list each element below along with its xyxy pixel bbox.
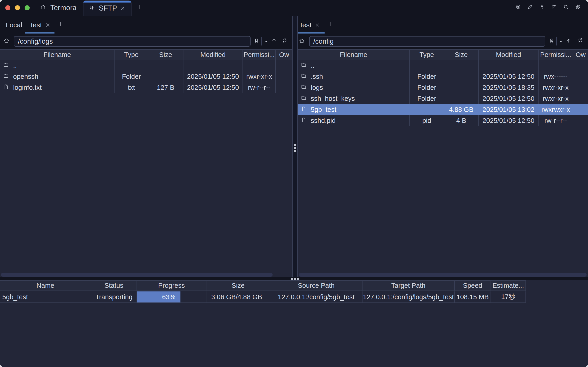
transfer-row-5gb-test[interactable]: 5gb_test Transporting 63% 3.06 GB/4.88 G… bbox=[0, 292, 526, 303]
file-row-logs[interactable]: logs Folder 2025/01/05 18:35 rwxr-xr-x bbox=[298, 82, 588, 93]
termora-window: Termora SFTP Local test bbox=[0, 0, 588, 367]
tab-termora-home[interactable]: Termora bbox=[41, 4, 77, 12]
file-row-sshd-pid[interactable]: sshd.pid pid 4 B 2025/01/05 12:50 rw-r--… bbox=[298, 115, 588, 126]
progress-cell: 63% bbox=[137, 292, 206, 302]
column-header-permissions[interactable]: Permissi... bbox=[539, 50, 573, 60]
close-icon[interactable] bbox=[45, 22, 51, 28]
chevron-down-icon[interactable] bbox=[558, 39, 563, 44]
plus-icon bbox=[58, 21, 65, 28]
column-header-type[interactable]: Type bbox=[115, 50, 148, 60]
folder-icon bbox=[301, 73, 308, 80]
key-manager-icon[interactable] bbox=[539, 4, 547, 11]
file-size bbox=[148, 60, 183, 71]
file-owner bbox=[276, 60, 292, 71]
right-active-tab-underline bbox=[298, 32, 324, 33]
home-directory-icon[interactable] bbox=[299, 38, 306, 45]
file-row-ssh[interactable]: .ssh Folder 2025/01/05 12:50 rwx------ bbox=[298, 71, 588, 82]
column-header-modified[interactable]: Modified bbox=[479, 50, 539, 60]
close-icon[interactable] bbox=[120, 6, 126, 11]
file-row-loginfo[interactable]: loginfo.txt txt 127 B 2025/01/05 12:50 r… bbox=[0, 82, 292, 93]
file-row-openssh[interactable]: openssh Folder 2025/01/05 12:50 rwxr-xr-… bbox=[0, 71, 292, 82]
new-tab-button[interactable] bbox=[137, 4, 144, 11]
zoom-window-button[interactable] bbox=[25, 5, 30, 10]
file-modified: 2025/01/05 12:50 bbox=[479, 93, 539, 104]
column-header-speed[interactable]: Speed bbox=[455, 281, 491, 291]
file-type: txt bbox=[115, 82, 148, 93]
column-header-size[interactable]: Size bbox=[206, 281, 270, 291]
file-modified: 2025/01/05 12:50 bbox=[183, 82, 243, 93]
active-tab-accent bbox=[84, 1, 131, 2]
keychain-branch-icon[interactable] bbox=[551, 4, 559, 11]
record-macro-icon[interactable] bbox=[515, 4, 523, 11]
edit-pencil-icon[interactable] bbox=[527, 4, 535, 11]
refresh-icon[interactable] bbox=[577, 38, 585, 45]
parent-directory-icon[interactable] bbox=[271, 38, 278, 45]
transfer-target-path: 127.0.0.1:/config/logs/5gb_test bbox=[363, 292, 455, 302]
column-header-source-path[interactable]: Source Path bbox=[270, 281, 363, 291]
column-header-type[interactable]: Type bbox=[410, 50, 444, 60]
transfer-size: 3.06 GB/4.88 GB bbox=[206, 292, 270, 302]
file-type bbox=[115, 60, 148, 71]
tab-sftp[interactable]: SFTP bbox=[83, 0, 131, 16]
file-size: 127 B bbox=[148, 82, 183, 93]
transfer-source-path: 127.0.0.1:/config/5gb_test bbox=[270, 292, 363, 302]
file-name: .. bbox=[311, 62, 315, 69]
column-header-modified[interactable]: Modified bbox=[183, 50, 243, 60]
progress-bar: 63% bbox=[137, 292, 180, 302]
column-header-size[interactable]: Size bbox=[148, 50, 183, 60]
file-row-ssh-host-keys[interactable]: ssh_host_keys Folder 2025/01/05 12:50 rw… bbox=[298, 93, 588, 104]
file-owner bbox=[573, 93, 588, 104]
bookmark-icon[interactable] bbox=[254, 38, 261, 45]
home-directory-icon[interactable] bbox=[4, 38, 11, 45]
file-name: logs bbox=[311, 84, 323, 92]
search-icon[interactable] bbox=[563, 4, 571, 11]
vertical-pane-splitter[interactable] bbox=[292, 16, 298, 277]
file-owner bbox=[573, 71, 588, 82]
column-header-owner[interactable]: Ow bbox=[276, 50, 292, 60]
column-header-size[interactable]: Size bbox=[444, 50, 479, 60]
right-path-input[interactable] bbox=[309, 36, 545, 47]
right-horizontal-scrollbar-thumb[interactable] bbox=[299, 273, 587, 277]
right-session-tab-label: test bbox=[300, 21, 311, 29]
file-type bbox=[410, 60, 444, 71]
transfer-estimate: 17秒 bbox=[491, 292, 526, 302]
left-new-pane-tab-button[interactable] bbox=[58, 21, 65, 28]
column-header-filename[interactable]: Filename bbox=[298, 50, 410, 60]
left-path-input[interactable] bbox=[14, 36, 251, 47]
column-header-estimate[interactable]: Estimate... bbox=[491, 281, 526, 291]
chevron-down-icon[interactable] bbox=[264, 39, 268, 44]
column-header-permissions[interactable]: Permissi... bbox=[243, 50, 276, 60]
close-icon[interactable] bbox=[315, 22, 320, 28]
column-header-filename[interactable]: Filename bbox=[0, 50, 115, 60]
column-header-target-path[interactable]: Target Path bbox=[363, 281, 455, 291]
bookmark-slash-icon[interactable] bbox=[549, 38, 556, 45]
horizontal-panel-splitter[interactable] bbox=[0, 277, 588, 280]
file-row-parent[interactable]: .. bbox=[298, 60, 588, 71]
tab-right-session[interactable]: test bbox=[300, 21, 320, 29]
column-header-name[interactable]: Name bbox=[0, 281, 91, 291]
column-header-owner[interactable]: Ow bbox=[573, 50, 588, 60]
parent-directory-icon[interactable] bbox=[566, 38, 573, 45]
close-window-button[interactable] bbox=[5, 5, 10, 10]
file-row-parent[interactable]: .. bbox=[0, 60, 292, 71]
file-permissions: rw-r--r-- bbox=[243, 82, 276, 93]
minimize-window-button[interactable] bbox=[15, 5, 20, 10]
column-header-progress[interactable]: Progress bbox=[137, 281, 206, 291]
left-horizontal-scrollbar-thumb[interactable] bbox=[1, 273, 273, 277]
remote-file-table: Filename Type Size Modified Permissi... … bbox=[298, 49, 588, 126]
transfer-table-header: Name Status Progress Size Source Path Ta… bbox=[0, 280, 526, 291]
folder-icon bbox=[3, 73, 10, 80]
right-new-pane-tab-button[interactable] bbox=[328, 21, 335, 28]
settings-gear-icon[interactable] bbox=[575, 4, 582, 11]
transfer-name: 5gb_test bbox=[0, 292, 91, 302]
file-type: Folder bbox=[115, 71, 148, 82]
file-modified bbox=[479, 60, 539, 71]
tab-left-session[interactable]: test bbox=[31, 21, 51, 29]
column-header-status[interactable]: Status bbox=[91, 281, 137, 291]
file-size bbox=[148, 71, 183, 82]
folder-icon bbox=[3, 62, 10, 69]
tab-local[interactable]: Local bbox=[6, 21, 22, 29]
file-row-5gb-test-selected[interactable]: 5gb_test 4.88 GB 2025/01/05 13:02 rwxrwx… bbox=[298, 104, 588, 115]
refresh-icon[interactable] bbox=[282, 38, 289, 45]
titlebar-toolbar bbox=[515, 4, 588, 11]
